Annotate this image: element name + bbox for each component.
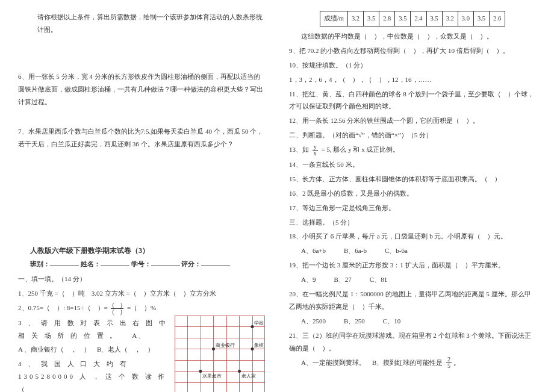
- q10b: 1，3，2，6，4，（ ），（ ），12，16，……: [289, 73, 536, 86]
- svg-point-16: [251, 325, 254, 328]
- q1-1: 1、250 千克 =（ ）吨 3.02 立方米 =（ ）立方米（ ）立方分米: [18, 287, 265, 300]
- q18-choices: A、6a+bB、6a-bC、b-6a: [301, 244, 536, 257]
- q20: 20、在一幅比例尺是 1：5000000 的地图上，量得甲乙两地的距离是 5 厘…: [289, 288, 536, 313]
- instruction-top: 请你根据以上条件，算出所需数据，绘制一个该班参加体育活动的人数条形统计图。: [37, 11, 265, 36]
- q18: 18、小明买了 6 斤苹果，每斤 a 元，口袋里还剩 b 元。小明原有（ ）元。: [289, 230, 536, 243]
- q16: 16、2 既是最小的质数，又是最小的偶数。: [289, 187, 536, 200]
- paper-title: 人教版六年级下册数学期末试卷（3）: [30, 244, 265, 258]
- score-table: 成绩/m 3.23.52.8 3.52.43.5 3.23.03.5 2.6: [320, 11, 505, 26]
- svg-point-17: [212, 347, 215, 350]
- q1-2: 2、0.75=（ ）: 8=15÷（ ）= ( )( ) =（ ）%: [18, 302, 265, 315]
- q17: 17、等边三角形一定是锐角三角形。: [289, 202, 536, 214]
- grid-figure: 学校 商业银行 象棋 水果超市 老人家: [175, 316, 265, 392]
- paper-header: 班别： 姓名： 学号： 评分：: [30, 258, 265, 270]
- grid-label-fruit: 水果超市: [202, 373, 222, 379]
- grid-label-school: 学校: [254, 320, 264, 326]
- svg-point-18: [251, 347, 254, 350]
- q21: 21、三（2）班的同学在玩摸球游戏。现在箱里有 2 个红球和 3 个黄球。下面说…: [289, 329, 536, 355]
- section-2-title: 二、判断题。（对的画“√”，错的画“×”）（5 分）: [289, 129, 536, 142]
- question-6: 6、用一张长 5 分米，宽 4 分米的长方形铁皮作为圆柱形油桶的侧面，再配以适当…: [18, 70, 265, 108]
- grid-label-bank: 商业银行: [216, 343, 235, 348]
- q14: 14、一条直线长 50 米。: [289, 158, 536, 171]
- q9: 9、把 70.2 的小数点向左移动两位得到（ ），再扩大 10 倍后得到（ ）。: [289, 45, 536, 57]
- grid-label-old: 老人家: [241, 373, 256, 379]
- q19-choices: A、9B、27C、81: [301, 273, 536, 286]
- q15: 15、长方体、正方体、圆柱体和圆锥体的体积都等于底面积乘高。（ ）: [289, 173, 536, 185]
- q13: 13、如 yx = 5, 那么 y 和 x 成正比例。: [289, 143, 536, 157]
- avg-line: 这组数据的平均数是（ ），中位数是（ ），众数又是（ ）。: [301, 30, 536, 43]
- grid-label-chess: 象棋: [254, 343, 264, 348]
- section-3-title: 三、选择题。（5 分）: [289, 216, 536, 229]
- svg-point-20: [238, 370, 241, 373]
- q12: 12、用一条长 12.56 分米的铁丝围成一个圆，它的面积是（ ）。: [289, 114, 536, 127]
- q10: 10、按规律填数。（1 分）: [289, 59, 536, 72]
- svg-point-19: [199, 370, 202, 373]
- q20-choices: A、2500B、250C、10: [301, 315, 536, 328]
- q19: 19、把一个边长 3 厘米的正方形按 3：1 扩大后，面积是（ ）平方厘米。: [289, 259, 536, 272]
- q11: 11、把红、黄、蓝、白四种颜色的球各 8 个放到一个袋子里，至少要取（ ）个球，…: [289, 88, 536, 113]
- question-7: 7、水果店里西瓜个数与白兰瓜个数的比为7:5.如果每天卖白兰瓜 40 个，西瓜 …: [18, 125, 265, 151]
- section-1-title: 一、填一填。（14 分）: [18, 273, 265, 285]
- q21b: A、一定能摸到黄球。 B、摸到红球的可能性是 25。: [301, 356, 536, 370]
